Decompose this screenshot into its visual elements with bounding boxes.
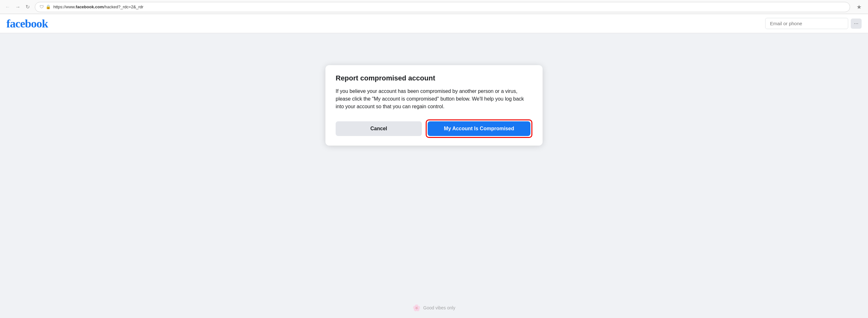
compromised-dialog: Report compromised account If you believ… — [326, 65, 542, 146]
nav-buttons: ← → ↻ — [4, 3, 31, 11]
dialog-actions: Cancel My Account Is Compromised — [336, 119, 532, 138]
compromised-button[interactable]: My Account Is Compromised — [428, 121, 530, 136]
footer-text: Good vibes only — [423, 305, 455, 310]
security-icons: 🛡 🔒 — [40, 4, 51, 9]
header-right: ⋯ — [765, 18, 862, 29]
dialog-title: Report compromised account — [336, 74, 532, 83]
back-button[interactable]: ← — [4, 3, 11, 11]
lock-icon: 🔒 — [46, 4, 51, 9]
address-bar[interactable]: 🛡 🔒 https://www.facebook.com/hacked?_rdc… — [35, 2, 850, 12]
bookmark-button[interactable]: ★ — [854, 2, 864, 12]
more-options-button[interactable]: ⋯ — [851, 19, 862, 29]
shield-icon: 🛡 — [40, 4, 44, 9]
refresh-button[interactable]: ↻ — [24, 3, 31, 11]
dialog-body: If you believe your account has been com… — [336, 88, 532, 110]
forward-button[interactable]: → — [14, 3, 22, 11]
footer-icon: 🌸 — [413, 304, 421, 312]
compromised-button-wrapper: My Account Is Compromised — [426, 119, 532, 138]
browser-chrome: ← → ↻ 🛡 🔒 https://www.facebook.com/hacke… — [0, 0, 868, 14]
url-display: https://www.facebook.com/hacked?_rdc=2&_… — [53, 4, 845, 9]
main-content: Report compromised account If you believ… — [0, 33, 868, 318]
email-phone-input[interactable] — [765, 18, 848, 29]
cancel-button[interactable]: Cancel — [336, 121, 422, 136]
fb-logo: facebook — [6, 17, 48, 30]
footer-watermark: 🌸 Good vibes only — [413, 304, 455, 312]
fb-header: facebook ⋯ — [0, 14, 868, 33]
